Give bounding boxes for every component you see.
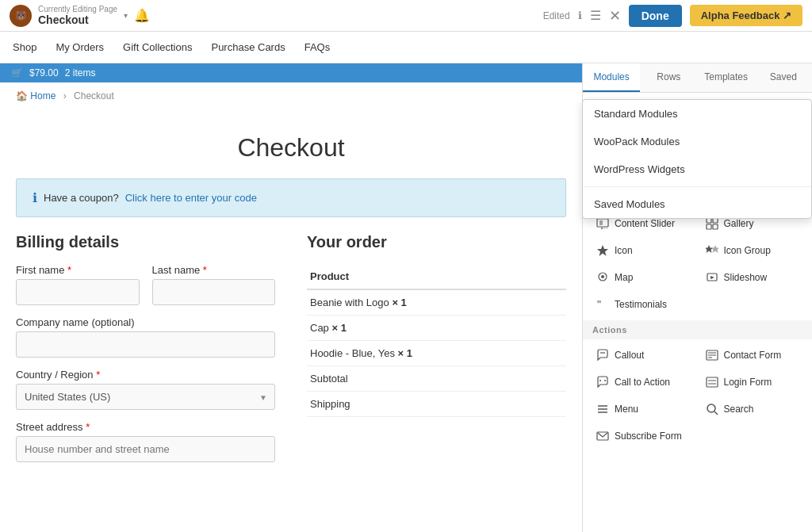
callout-icon <box>596 348 610 362</box>
call-to-action-label: Call to Action <box>615 377 670 388</box>
country-label: Country / Region * <box>16 369 275 381</box>
tab-templates[interactable]: Templates <box>698 63 755 92</box>
svg-rect-31 <box>707 377 718 387</box>
cart-icon: 🛒 <box>11 67 23 78</box>
table-row: Hoodie - Blue, Yes × 1 <box>307 341 566 366</box>
table-row: Beanie with Logo × 1 <box>307 289 566 316</box>
module-login-form[interactable]: Login Form <box>699 369 806 395</box>
dropdown-item-standard[interactable]: Standard Modules <box>583 100 811 128</box>
module-menu[interactable]: Menu <box>589 396 697 422</box>
svg-rect-15 <box>707 224 711 229</box>
map-icon <box>596 270 610 285</box>
breadcrumb-home[interactable]: Home <box>30 90 56 101</box>
svg-point-21 <box>601 275 604 278</box>
module-slideshow[interactable]: Slideshow <box>699 265 806 290</box>
svg-point-11 <box>603 228 605 229</box>
country-row: Country / Region * United States (US) Ca… <box>16 369 275 410</box>
street-row: Street address * <box>16 421 275 462</box>
nav-bar: Shop My Orders Gift Collections Purchase… <box>0 32 812 63</box>
edited-label: Edited <box>543 10 570 21</box>
country-select-wrapper: United States (US) Canada United Kingdom <box>16 384 275 410</box>
order-title: Your order <box>307 233 566 251</box>
country-select[interactable]: United States (US) Canada United Kingdom <box>16 384 275 410</box>
feedback-button[interactable]: Alpha Feedback ↗ <box>690 5 802 26</box>
svg-point-37 <box>707 404 715 412</box>
done-button[interactable]: Done <box>629 5 682 27</box>
street-input[interactable] <box>16 436 275 462</box>
login-form-label: Login Form <box>724 377 772 388</box>
testimonials-label: Testimonials <box>615 299 667 310</box>
company-input[interactable] <box>16 331 275 358</box>
module-icon[interactable]: Icon <box>589 238 697 263</box>
billing-section: Billing details First name * Last nam <box>16 233 275 473</box>
menu-label: Menu <box>615 404 638 415</box>
svg-point-30 <box>604 380 606 381</box>
first-name-input[interactable] <box>16 279 140 305</box>
dropdown-item-wordpress[interactable]: WordPress Widgets <box>583 155 811 183</box>
total-header <box>552 264 566 289</box>
company-row: Company name (optional) <box>16 316 275 358</box>
slideshow-icon <box>705 270 719 285</box>
contact-form-label: Contact Form <box>724 350 782 361</box>
nav-purchase-cards[interactable]: Purchase Cards <box>211 41 285 53</box>
subtotal-value <box>552 366 566 392</box>
group-dropdown: Standard Modules WooPack Modules WordPre… <box>582 99 812 219</box>
module-icon-group[interactable]: Icon Group <box>699 238 806 263</box>
company-label: Company name (optional) <box>16 316 275 328</box>
item-price-3 <box>552 341 566 366</box>
nav-my-orders[interactable]: My Orders <box>56 41 104 53</box>
testimonials-icon: " <box>596 297 610 312</box>
subscribe-form-icon <box>596 429 610 443</box>
icon-group-icon <box>705 243 719 258</box>
svg-marker-19 <box>711 245 718 253</box>
icon-label: Icon <box>615 245 633 256</box>
close-icon[interactable]: ✕ <box>609 7 621 25</box>
module-testimonials[interactable]: " Testimonials <box>589 292 697 317</box>
order-table: Product Beanie with Logo × 1 <box>307 264 566 417</box>
breadcrumb-current: Checkout <box>74 90 114 101</box>
subtotal-label: Subtotal <box>307 366 552 392</box>
svg-rect-9 <box>599 220 603 225</box>
module-call-to-action[interactable]: Call to Action <box>589 369 697 395</box>
nav-shop[interactable]: Shop <box>13 41 36 53</box>
module-search[interactable]: Search <box>699 396 806 422</box>
search-label: Search <box>724 404 754 415</box>
dropdown-item-saved[interactable]: Saved Modules <box>583 190 811 218</box>
right-panel: Modules Rows Templates Saved Group Stand… <box>582 63 812 532</box>
coupon-link[interactable]: Click here to enter your code <box>125 192 257 204</box>
tab-rows[interactable]: Rows <box>640 63 697 92</box>
main-layout: 🛒 $79.00 2 items 🏠 Home › Checkout Check… <box>0 63 812 532</box>
breadcrumb-separator: › <box>63 90 67 101</box>
bell-icon[interactable]: 🔔 <box>134 8 150 23</box>
product-header: Product <box>307 264 552 289</box>
coupon-bar: ℹ Have a coupon? Click here to enter you… <box>16 178 566 217</box>
coupon-text: Have a coupon? <box>44 192 119 204</box>
editing-label: Currently Editing Page <box>38 5 117 13</box>
svg-point-12 <box>606 228 607 229</box>
coupon-info-icon: ℹ <box>33 190 37 205</box>
tab-modules[interactable]: Modules <box>583 63 640 92</box>
checkout-title: Checkout <box>0 109 582 178</box>
tab-saved[interactable]: Saved <box>755 63 812 92</box>
gallery-label: Gallery <box>724 218 754 229</box>
last-name-input[interactable] <box>152 279 276 305</box>
module-callout[interactable]: Callout <box>589 343 697 368</box>
panel-tabs: Modules Rows Templates Saved <box>583 63 812 93</box>
item-name-3: Hoodie - Blue, Yes × 1 <box>307 341 552 366</box>
module-subscribe-form[interactable]: Subscribe Form <box>589 423 697 449</box>
dropdown-item-woopack[interactable]: WooPack Modules <box>583 128 811 155</box>
nav-faqs[interactable]: FAQs <box>304 41 331 53</box>
module-contact-form[interactable]: Contact Form <box>699 343 806 368</box>
shipping-value <box>552 392 566 417</box>
actions-grid: Callout Contact Form Call to Action <box>583 339 812 452</box>
last-name-label: Last name * <box>152 264 276 276</box>
actions-section-label: Actions <box>583 320 812 339</box>
cart-price: $79.00 <box>29 67 59 78</box>
shipping-row: Shipping <box>307 392 566 417</box>
list-icon[interactable]: ☰ <box>590 8 601 23</box>
dropdown-separator <box>583 186 811 187</box>
nav-gift-collections[interactable]: Gift Collections <box>123 41 192 53</box>
chevron-down-icon[interactable]: ▾ <box>124 11 128 20</box>
module-map[interactable]: Map <box>589 265 697 290</box>
subscribe-form-label: Subscribe Form <box>615 431 682 442</box>
